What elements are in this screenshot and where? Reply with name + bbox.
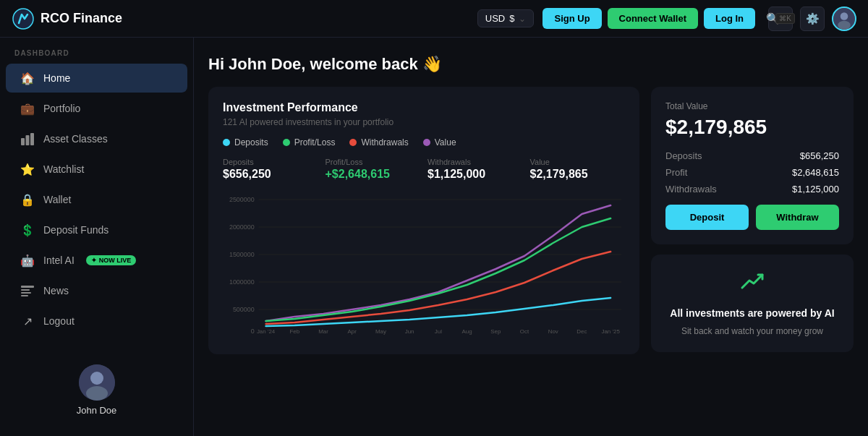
main-layout: DASHBOARD 🏠 Home 💼 Portfolio Asset Class… <box>0 38 868 436</box>
sidebar: DASHBOARD 🏠 Home 💼 Portfolio Asset Class… <box>0 38 194 436</box>
legend-deposits: Deposits <box>223 137 268 148</box>
investment-performance-card: Investment Performance 121 AI powered in… <box>208 87 639 354</box>
gear-icon: ⚙️ <box>806 12 820 25</box>
dashboard-grid: Investment Performance 121 AI powered in… <box>208 87 854 354</box>
signup-button[interactable]: Sign Up <box>542 8 601 29</box>
svg-text:1000000: 1000000 <box>229 278 255 286</box>
stat-deposits-value: $656,250 <box>223 168 318 181</box>
stat-deposits: Deposits $656,250 <box>223 158 318 181</box>
tv-deposits-value: $656,250 <box>800 150 839 161</box>
sidebar-item-portfolio[interactable]: 💼 Portfolio <box>6 94 187 123</box>
sidebar-item-home[interactable]: 🏠 Home <box>6 64 187 93</box>
legend-withdrawals: Withdrawals <box>349 137 408 148</box>
sidebar-item-watchlist[interactable]: ⭐ Watchlist <box>6 155 187 184</box>
wallet-icon: 🔒 <box>20 192 35 207</box>
sidebar-item-intel-ai[interactable]: 🤖 Intel AI ✦ NOW LIVE <box>6 246 187 275</box>
sidebar-item-portfolio-label: Portfolio <box>43 103 80 114</box>
currency-selector[interactable]: USD $ ⌄ <box>477 9 535 27</box>
sidebar-user-name: John Doe <box>77 405 117 416</box>
legend-value: Value <box>423 137 456 148</box>
legend-deposits-label: Deposits <box>234 137 268 148</box>
svg-point-0 <box>13 9 33 29</box>
withdraw-button[interactable]: Withdraw <box>756 205 839 230</box>
sidebar-item-news[interactable]: News <box>6 276 187 305</box>
news-icon <box>20 283 35 298</box>
sparkle-icon: ✦ <box>91 257 97 264</box>
svg-text:Jul: Jul <box>435 328 442 335</box>
login-button[interactable]: Log In <box>704 8 755 29</box>
svg-rect-6 <box>30 133 34 145</box>
chart-legend: Deposits Profit/Loss Withdrawals Value <box>223 137 625 148</box>
deposit-button[interactable]: Deposit <box>665 205 749 230</box>
svg-rect-10 <box>21 295 28 296</box>
sidebar-item-logout[interactable]: ↗ Logout <box>6 307 187 335</box>
sidebar-item-wallet-label: Wallet <box>43 194 71 205</box>
chart-stats: Deposits $656,250 Profit/Loss +$2,648,61… <box>223 158 625 181</box>
asset-classes-icon <box>20 132 35 146</box>
stat-value: Value $2,179,865 <box>530 158 626 181</box>
svg-text:Jan '24: Jan '24 <box>257 328 276 335</box>
right-panel: Total Value $2,179,865 Deposits $656,250… <box>651 87 854 354</box>
svg-text:Mar: Mar <box>318 328 328 335</box>
connect-wallet-button[interactable]: Connect Wallet <box>608 8 698 29</box>
currency-icon: $ <box>509 13 514 24</box>
sidebar-item-home-label: Home <box>43 72 70 84</box>
svg-rect-5 <box>26 135 30 145</box>
currency-label: USD <box>485 13 505 24</box>
stat-withdrawals-value: $1,125,000 <box>427 168 523 181</box>
svg-text:Nov: Nov <box>548 328 558 335</box>
trending-up-icon <box>739 269 765 300</box>
sidebar-item-wallet[interactable]: 🔒 Wallet <box>6 185 187 214</box>
logout-icon: ↗ <box>20 314 35 328</box>
withdrawals-dot <box>349 139 357 146</box>
svg-text:0: 0 <box>251 328 255 335</box>
stat-deposits-label: Deposits <box>223 158 318 166</box>
svg-point-2 <box>841 12 848 20</box>
svg-rect-9 <box>21 292 31 294</box>
deposits-dot <box>223 139 230 146</box>
stat-value-value: $2,179,865 <box>530 168 626 181</box>
ai-promo-card: All investments are powered by AI Sit ba… <box>651 255 854 352</box>
svg-text:2500000: 2500000 <box>229 196 255 203</box>
svg-point-13 <box>86 386 108 401</box>
logo-area: RCO Finance <box>12 7 469 30</box>
legend-withdrawals-label: Withdrawals <box>361 137 408 148</box>
settings-button[interactable]: ⚙️ <box>800 7 825 31</box>
sidebar-item-news-label: News <box>43 285 69 296</box>
ai-card-title: All investments are powered by AI <box>670 307 834 319</box>
now-live-badge: ✦ NOW LIVE <box>86 255 137 265</box>
total-value-label: Total Value <box>665 101 839 111</box>
sidebar-user-avatar <box>79 364 115 401</box>
sidebar-item-logout-label: Logout <box>43 315 75 327</box>
svg-text:Feb: Feb <box>289 328 299 335</box>
portfolio-icon: 💼 <box>20 101 35 116</box>
stat-profit-value: +$2,648,615 <box>326 168 421 181</box>
sidebar-user-section: John Doe <box>0 356 193 424</box>
search-shortcut: ⌘K <box>775 13 795 24</box>
sidebar-item-asset-classes[interactable]: Asset Classes <box>6 124 187 153</box>
stat-profit: Profit/Loss +$2,648,615 <box>326 158 421 181</box>
logo-text: RCO Finance <box>41 11 122 26</box>
top-navigation: RCO Finance USD $ ⌄ Sign Up Connect Wall… <box>0 0 868 38</box>
ai-card-desc: Sit back and watch your money grow <box>681 325 823 338</box>
tv-profit-value: $2,648,615 <box>792 167 839 178</box>
svg-text:Sep: Sep <box>490 328 501 335</box>
svg-text:2000000: 2000000 <box>229 223 255 231</box>
stat-withdrawals-label: Withdrawals <box>427 158 523 166</box>
performance-chart: 2500000 2000000 1500000 1000000 500000 0… <box>223 192 625 337</box>
user-avatar-nav[interactable] <box>832 7 856 31</box>
svg-text:Apr: Apr <box>348 328 357 335</box>
stat-profit-label: Profit/Loss <box>326 158 421 166</box>
svg-text:1500000: 1500000 <box>229 251 255 258</box>
search-button[interactable]: 🔍 ⌘K <box>768 7 793 31</box>
tv-deposits-label: Deposits <box>665 150 702 161</box>
sidebar-item-deposit-funds[interactable]: 💲 Deposit Funds <box>6 215 187 244</box>
nav-buttons: Sign Up Connect Wallet Log In <box>542 8 755 29</box>
total-value-amount: $2,179,865 <box>665 116 839 139</box>
svg-text:Jan '25: Jan '25 <box>601 328 620 335</box>
stat-withdrawals: Withdrawals $1,125,000 <box>427 158 523 181</box>
main-content: Hi John Doe, welcome back 👋 Investment P… <box>194 38 868 436</box>
sidebar-item-intel-label: Intel AI <box>43 255 75 266</box>
stat-value-label: Value <box>530 158 626 166</box>
chart-subtitle: 121 AI powered investments in your portf… <box>223 117 625 127</box>
